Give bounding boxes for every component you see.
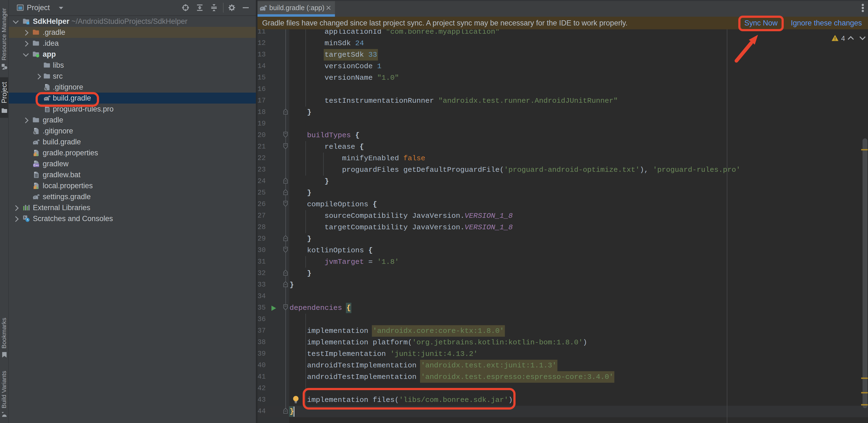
svg-text:C++: C++ xyxy=(34,164,39,167)
